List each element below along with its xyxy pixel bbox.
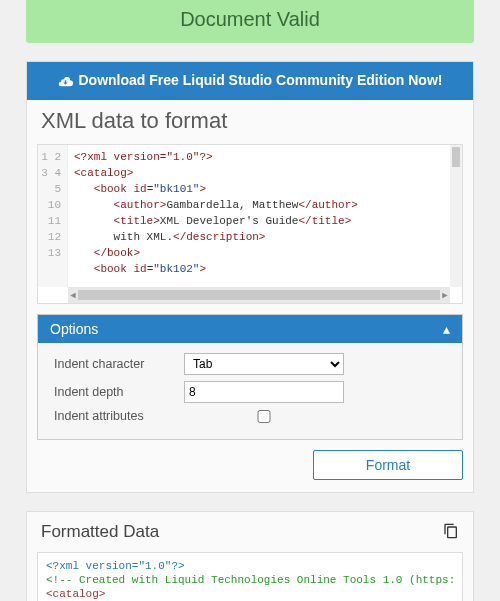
indent-character-label: Indent character <box>54 357 174 371</box>
indent-attributes-label: Indent attributes <box>54 409 174 423</box>
options-title: Options <box>50 321 98 337</box>
status-banner: Document Valid <box>26 0 474 43</box>
options-panel: Options ▴ Indent character TabSpace Inde… <box>37 314 463 440</box>
editor-line-numbers: 1 2 3 4 5 10 11 12 13 <box>38 145 68 287</box>
format-button[interactable]: Format <box>313 450 463 480</box>
format-row: Format <box>27 440 473 492</box>
scroll-left-icon[interactable]: ◄ <box>68 287 78 303</box>
indent-attributes-checkbox[interactable] <box>184 410 344 423</box>
collapse-icon: ▴ <box>443 321 450 337</box>
indent-character-select[interactable]: TabSpace <box>184 353 344 375</box>
options-toggle[interactable]: Options ▴ <box>38 315 462 343</box>
output-section: Formatted Data <?xml version="1.0"?> <!-… <box>26 511 474 601</box>
input-title: XML data to format <box>27 100 473 140</box>
options-body: Indent character TabSpace Indent depth I… <box>38 343 462 439</box>
indent-depth-input[interactable] <box>184 381 344 403</box>
editor-content[interactable]: <?xml version="1.0"?> <catalog> <book id… <box>68 145 450 287</box>
indent-depth-label: Indent depth <box>54 385 174 399</box>
formatted-output[interactable]: <?xml version="1.0"?> <!-- Created with … <box>37 552 463 601</box>
copy-icon[interactable] <box>443 523 459 542</box>
xml-input-editor[interactable]: 1 2 3 4 5 10 11 12 13 <?xml version="1.0… <box>37 144 463 304</box>
download-link[interactable]: Download Free Liquid Studio Community Ed… <box>27 62 473 100</box>
scroll-right-icon[interactable]: ► <box>440 287 450 303</box>
input-section: Download Free Liquid Studio Community Ed… <box>26 61 474 493</box>
cloud-download-icon <box>58 74 73 90</box>
formatted-title: Formatted Data <box>41 522 159 542</box>
editor-horizontal-scrollbar[interactable]: ◄ ► <box>68 287 450 303</box>
editor-vertical-scrollbar[interactable] <box>450 145 462 287</box>
download-text: Download Free Liquid Studio Community Ed… <box>79 72 443 88</box>
